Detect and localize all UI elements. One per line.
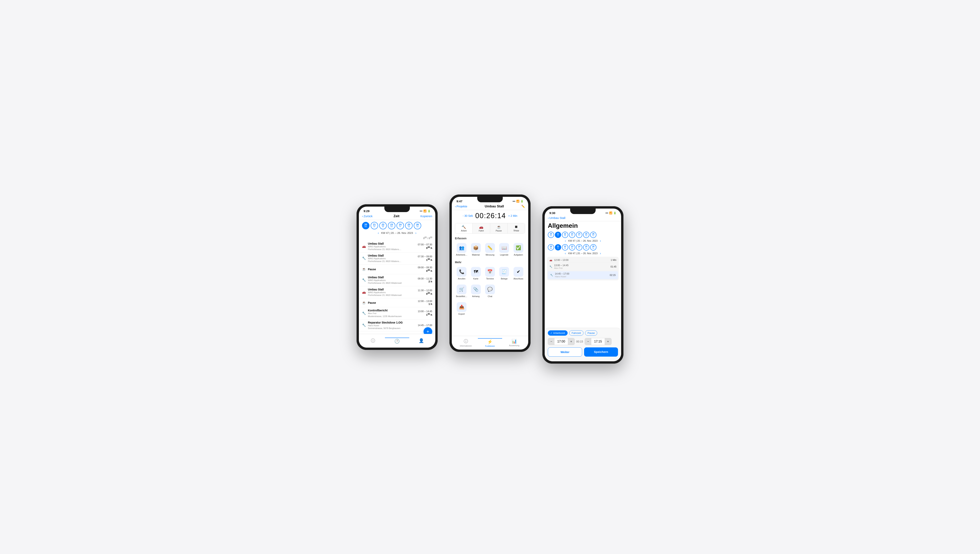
dc3a-22[interactable]: 22Mi	[562, 232, 568, 238]
entry-3[interactable]: ☕ Pause 09:00 – 09:30 030 h	[359, 264, 435, 274]
grid-aufgaben[interactable]: ✅ Aufgaben	[512, 242, 525, 258]
entry-1[interactable]: 🚗 Umbau Stall WAIO ApplicationsFlorhofst…	[359, 240, 435, 253]
tab-auswertung-2[interactable]: 📊 Auswertung	[502, 339, 526, 347]
section-erfassen: Erfassen	[452, 235, 528, 241]
grid-chat[interactable]: 💬 Chat	[483, 283, 497, 299]
entry-3-3[interactable]: 🔧 14:45 – 17:00 Hans Huser 02:15	[548, 271, 618, 279]
day-circle-22-1[interactable]: 22Mi	[379, 222, 387, 229]
entry-5[interactable]: 🚗 Umbau Stall WAIO ApplicationsFlorhofst…	[359, 286, 435, 298]
week-next-3a[interactable]: ›	[600, 239, 601, 243]
week-nav-1: ‹ KW 47 | 20. – 26. Nov. 2023 ›	[359, 231, 435, 236]
car-icon-2: 🚗	[362, 290, 366, 294]
dc3a-21[interactable]: 21Di	[555, 232, 561, 238]
stepper-end-minus[interactable]: −	[585, 338, 591, 345]
stepper-start: − 17:00 +	[548, 338, 575, 345]
tab-func-2[interactable]: ⚡ Funktionen	[478, 338, 502, 347]
speichern-button[interactable]: Speichern	[584, 347, 618, 357]
wifi-icon: 📶	[423, 210, 426, 212]
notch-3	[570, 209, 595, 214]
filter-fahrzeit[interactable]: Fahrzeit	[569, 330, 584, 336]
tab-info-2[interactable]: ⓘ Informationen	[454, 338, 478, 347]
grid-legende[interactable]: 📖 Legende	[498, 242, 511, 258]
stopp-icon: ⏹	[514, 225, 518, 229]
week-prev-1[interactable]: ‹	[378, 231, 379, 235]
week-prev-3a[interactable]: ‹	[565, 239, 566, 243]
timer-minus-button[interactable]: - 30 Sek	[463, 214, 473, 217]
day-circle-20-1[interactable]: 20Mo	[362, 222, 369, 229]
notch-1	[385, 207, 410, 212]
grid-export-item[interactable]: 📤 Export	[455, 301, 468, 317]
dc3b-22[interactable]: 22Mi	[562, 244, 568, 250]
entry-3-2[interactable]: 🔧 13:00 – 14:45 Alex Frei 01:45	[547, 263, 619, 271]
belege-icon: 🧾	[499, 267, 509, 277]
week-next-1[interactable]: ›	[415, 231, 416, 235]
grid-bestellliste[interactable]: 🛒 Bestelllist…	[455, 283, 468, 299]
pause-btn-icon: ☕	[497, 225, 501, 229]
dc3a-25[interactable]: 25Sa	[583, 232, 589, 238]
type-arbeit[interactable]: 🔨 Arbeit	[455, 223, 472, 233]
grid-messung[interactable]: 📏 Messung	[483, 242, 497, 258]
entry-4[interactable]: 🔧 Umbau Stall WAIO ApplicationsFlorhofst…	[359, 274, 435, 286]
dc3a-24[interactable]: 24Fr	[576, 232, 582, 238]
entry-6[interactable]: ☕ Pause 12:00 – 13:00 1 h	[359, 298, 435, 307]
stepper-end-val: 17:15	[591, 338, 605, 345]
tab-time-1[interactable]: 🕐	[385, 337, 409, 344]
day-circle-24-1[interactable]: 24Fr	[396, 222, 404, 229]
termine-icon: 📅	[485, 267, 495, 277]
day-circles-3a: 20Mo 21Di 22Mi 23Do 24Fr 25Sa 26So	[545, 231, 621, 239]
dc3b-20[interactable]: 20Mo	[548, 244, 554, 250]
grid-anhang[interactable]: 📎 Anhang	[469, 283, 482, 299]
filter-arbeitszeit[interactable]: ✓ Arbeitszeit	[548, 330, 568, 336]
tab-user-1[interactable]: 👤	[409, 338, 433, 343]
stepper-start-minus[interactable]: −	[548, 338, 554, 345]
dc3a-26[interactable]: 26So	[590, 232, 597, 238]
dc3a-23[interactable]: 23Do	[569, 232, 575, 238]
week-next-3b[interactable]: ›	[600, 252, 601, 255]
stepper-start-plus[interactable]: +	[568, 338, 574, 345]
phone-2: 9:47 ▪▪▪ 📶 🔋 ‹ Projekte Umbau Stall ✏️ -…	[449, 194, 531, 352]
arbeitsträger-icon: 👥	[456, 243, 466, 253]
stepper-start-val: 17:00	[554, 338, 568, 345]
nav-bar-3: ‹ Umbau Stall	[545, 215, 621, 221]
back-button-3[interactable]: ‹ Umbau Stall	[548, 216, 565, 220]
entry-3-1[interactable]: 🚗 12:00 – 13:00 1 Min	[547, 258, 619, 263]
entry-7[interactable]: 🔧 Kontrollbericht Alex FreiMusterstrasse…	[359, 307, 435, 319]
weiter-button[interactable]: Weiter	[548, 347, 582, 357]
day-circles-1: 20Mo 21Di 22Mi 23Do 24Fr 25Sa 26So	[359, 220, 435, 231]
signal-icon: ▪▪▪	[420, 210, 422, 212]
stepper-end: − 17:15 +	[585, 338, 611, 345]
day-circle-26-1[interactable]: 26So	[414, 222, 421, 229]
signal-icon-3: ▪▪▪	[605, 212, 608, 215]
type-fahrt[interactable]: 🚗 Fahrt	[472, 223, 490, 233]
day-circle-25-1[interactable]: 25Sa	[405, 222, 413, 229]
grid-anrufen[interactable]: 📞 Anrufen	[455, 265, 468, 282]
grid-karte[interactable]: 🗺 Karte	[469, 265, 482, 282]
chat-icon: 💬	[485, 285, 495, 295]
dc3b-23[interactable]: 23Do	[569, 244, 575, 250]
back-button-2[interactable]: ‹ Projekte	[455, 205, 467, 208]
back-button-1[interactable]: ‹ Zurück	[362, 215, 373, 218]
type-pause[interactable]: ☕ Pause	[490, 223, 508, 233]
stepper-end-plus[interactable]: +	[605, 338, 611, 345]
dc3b-26[interactable]: 26So	[590, 244, 597, 250]
grid-material[interactable]: 📦 Material	[469, 242, 482, 258]
type-stopp[interactable]: ⏹ Stopp	[508, 223, 525, 233]
timer-plus-button[interactable]: + 2 Min	[508, 214, 517, 217]
day-circle-21-1[interactable]: 21Di	[370, 222, 378, 229]
filter-pause[interactable]: Pause	[585, 330, 597, 336]
dc3b-21[interactable]: 21Di	[555, 244, 561, 250]
dc3b-24[interactable]: 24Fr	[576, 244, 582, 250]
copy-button-1[interactable]: Kopieren	[420, 215, 432, 218]
grid-arbeitsträger[interactable]: 👥 Arbeitsträ…	[455, 242, 468, 258]
entry-2[interactable]: 🔧 Umbau Stall WAIO ApplicationsFlorhofst…	[359, 252, 435, 264]
day-circle-23-1[interactable]: 23Do	[388, 222, 395, 229]
nav-bar-2: ‹ Projekte Umbau Stall ✏️	[452, 204, 528, 210]
dc3b-25[interactable]: 25Sa	[583, 244, 589, 250]
dc3a-20[interactable]: 20Mo	[548, 232, 554, 238]
grid-termine[interactable]: 📅 Termine	[483, 265, 497, 282]
tab-info-1[interactable]: ⓘ	[361, 338, 385, 344]
grid-abschluss[interactable]: ✔ Abschluss	[512, 265, 525, 282]
grid-belege[interactable]: 🧾 Belege	[498, 265, 511, 282]
edit-button-2[interactable]: ✏️	[521, 205, 525, 208]
week-prev-3b[interactable]: ‹	[565, 252, 566, 255]
